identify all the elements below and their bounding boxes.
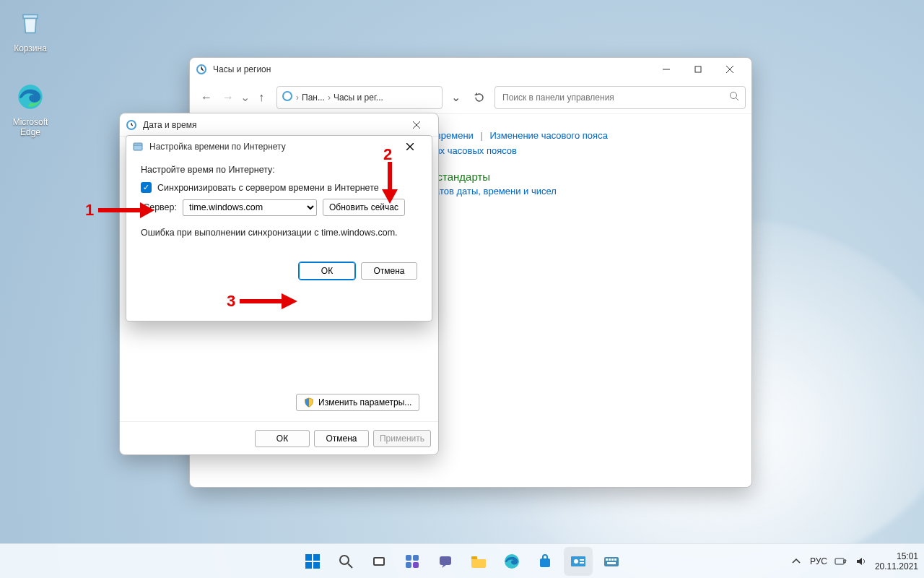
it-title: Настройка времени по Интернету xyxy=(149,142,286,152)
regional-standards-heading[interactable]: е стандарты xyxy=(428,171,720,183)
crumb-2[interactable]: Часы и рег... xyxy=(334,92,383,103)
annotation-arrow-3 xyxy=(238,292,297,311)
it-ok-button[interactable]: ОК xyxy=(299,262,355,280)
chat-button[interactable] xyxy=(431,547,460,576)
svg-point-42 xyxy=(574,559,578,564)
edge-icon xyxy=(13,79,48,114)
taskbar-search-button[interactable] xyxy=(331,547,360,576)
volume-icon[interactable] xyxy=(855,555,868,568)
svg-rect-27 xyxy=(305,562,312,569)
svg-rect-32 xyxy=(375,558,383,564)
annotation-arrow-1 xyxy=(97,201,154,220)
svg-rect-4 xyxy=(695,66,701,72)
it-close-button[interactable] xyxy=(394,136,426,158)
annotation-arrow-2 xyxy=(380,160,399,204)
refresh-button[interactable] xyxy=(468,87,490,108)
link-formats[interactable]: матов даты, времени и чисел xyxy=(428,186,557,197)
start-button[interactable] xyxy=(298,547,327,576)
task-view-button[interactable] xyxy=(365,547,393,576)
svg-rect-37 xyxy=(440,556,451,565)
widgets-button[interactable] xyxy=(398,547,427,576)
system-tray: РУС 15:01 20.11.2021 xyxy=(790,551,918,571)
edge-label: Microsoft Edge xyxy=(3,117,58,137)
internet-time-icon xyxy=(132,141,144,152)
svg-rect-34 xyxy=(413,555,419,561)
svg-rect-33 xyxy=(406,555,411,561)
it-cancel-button[interactable]: Отмена xyxy=(361,262,417,280)
recycle-bin[interactable]: Корзина xyxy=(3,6,58,53)
tray-time: 15:01 xyxy=(875,551,918,561)
cp-minimize-button[interactable] xyxy=(650,59,682,80)
svg-marker-20 xyxy=(140,202,154,218)
cp-maximize-button[interactable] xyxy=(682,59,714,80)
svg-point-29 xyxy=(340,556,349,564)
nav-up-button[interactable]: ↑ xyxy=(250,87,272,108)
svg-rect-26 xyxy=(313,554,320,561)
svg-rect-44 xyxy=(580,562,584,564)
dt-title: Дата и время xyxy=(143,120,196,130)
clock-region-icon xyxy=(196,64,207,75)
svg-rect-38 xyxy=(471,556,477,559)
svg-rect-35 xyxy=(406,562,411,568)
change-parameters-button[interactable]: Изменить параметры... xyxy=(296,394,419,411)
language-indicator[interactable]: РУС xyxy=(810,556,827,566)
dt-cancel-button[interactable]: Отмена xyxy=(314,430,369,447)
link-timezones-more[interactable]: ных часовых поясов xyxy=(428,145,517,156)
link-timezone[interactable]: Изменение часового пояса xyxy=(490,130,608,141)
file-explorer-button[interactable] xyxy=(464,547,493,576)
it-prompt: Настройте время по Интернету: xyxy=(141,165,417,175)
tray-clock[interactable]: 15:01 20.11.2021 xyxy=(875,551,918,571)
svg-rect-40 xyxy=(540,558,550,567)
svg-rect-49 xyxy=(614,558,616,561)
recycle-bin-icon xyxy=(13,6,48,40)
annotation-3: 3 xyxy=(227,292,235,311)
sync-checkbox-label[interactable]: Синхронизировать с сервером времени в Ин… xyxy=(157,183,379,193)
recycle-bin-label: Корзина xyxy=(3,43,58,53)
sync-checkbox[interactable]: ✓ xyxy=(141,182,152,193)
svg-rect-28 xyxy=(313,562,320,569)
dt-apply-button: Применить xyxy=(373,430,431,447)
svg-rect-47 xyxy=(609,558,611,561)
svg-point-8 xyxy=(284,92,291,100)
nav-back-button[interactable]: ← xyxy=(196,87,217,108)
nav-forward-button[interactable]: → xyxy=(217,87,239,108)
svg-rect-25 xyxy=(305,554,312,561)
svg-rect-50 xyxy=(607,562,616,564)
cp-search-input[interactable] xyxy=(501,92,729,103)
svg-line-10 xyxy=(736,98,739,101)
svg-line-30 xyxy=(348,564,352,568)
svg-rect-46 xyxy=(606,558,608,561)
cp-close-button[interactable] xyxy=(714,59,746,80)
server-select[interactable]: time.windows.com xyxy=(183,199,317,216)
dt-ok-button[interactable]: ОК xyxy=(255,430,310,447)
onscreen-keyboard-button[interactable] xyxy=(597,547,626,576)
cp-titlebar[interactable]: Часы и регион xyxy=(190,58,751,81)
network-icon[interactable] xyxy=(834,555,847,568)
breadcrumb-dropdown[interactable]: ⌄ xyxy=(447,90,464,104)
date-time-icon xyxy=(126,119,137,131)
cp-search[interactable] xyxy=(494,86,746,109)
svg-rect-48 xyxy=(611,558,614,561)
svg-marker-22 xyxy=(382,189,398,204)
search-icon xyxy=(729,91,739,103)
tray-overflow-button[interactable] xyxy=(790,555,803,568)
breadcrumb-icon xyxy=(282,90,293,104)
crumb-1[interactable]: Пан... xyxy=(302,92,325,103)
store-button[interactable] xyxy=(531,547,559,576)
dt-titlebar[interactable]: Дата и время xyxy=(120,113,438,137)
tray-date: 20.11.2021 xyxy=(875,561,918,571)
svg-rect-15 xyxy=(134,143,142,150)
cp-title: Часы и регион xyxy=(213,64,271,74)
dt-close-button[interactable] xyxy=(401,114,432,136)
control-panel-taskbar-button[interactable] xyxy=(564,547,593,576)
svg-rect-45 xyxy=(604,557,619,566)
breadcrumb[interactable]: › Пан... › Часы и рег... xyxy=(276,86,443,109)
svg-marker-24 xyxy=(282,293,297,309)
nav-history-dropdown[interactable]: ⌄ xyxy=(239,87,250,108)
taskbar-center xyxy=(298,547,626,576)
edge-taskbar-button[interactable] xyxy=(497,547,526,576)
svg-point-9 xyxy=(731,92,737,99)
edge-shortcut[interactable]: Microsoft Edge xyxy=(3,79,58,137)
dt-footer: ОК Отмена Применить xyxy=(120,421,438,454)
sync-status-text: Ошибка при выполнении синхронизации с ti… xyxy=(141,228,417,238)
